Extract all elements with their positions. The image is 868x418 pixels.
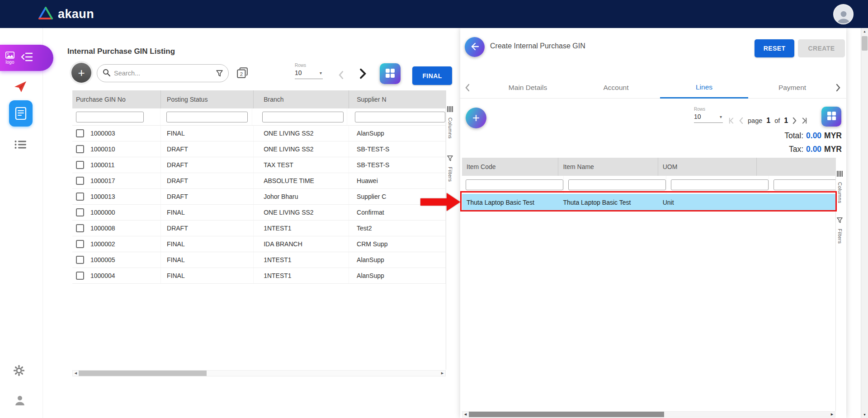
tax-value: 0.00 [806, 145, 821, 154]
table-row[interactable]: 1000005 FINAL 1NTEST1 AlanSupp [72, 252, 446, 268]
app-icon-red[interactable] [13, 80, 28, 94]
columns-grip-icon[interactable] [837, 170, 843, 178]
header-branch[interactable]: Branch [254, 90, 349, 108]
profile-person-icon[interactable] [14, 394, 26, 407]
row-checkbox[interactable] [76, 161, 84, 169]
page-vertical-scrollbar[interactable]: ▲ ▼ [861, 28, 868, 418]
scrollbar-thumb[interactable] [862, 36, 868, 51]
table-row[interactable]: 1000013 DRAFT Johor Bharu Supplier C [72, 189, 446, 205]
selected-line-row[interactable]: Thuta Laptop Basic Test Thuta Laptop Bas… [462, 194, 835, 211]
scrollbar-thumb[interactable] [469, 412, 664, 417]
row-checkbox[interactable] [76, 272, 84, 280]
filter-input-item-name[interactable] [568, 179, 666, 190]
row-checkbox[interactable] [76, 193, 84, 201]
header-posting-status[interactable]: Posting Status [161, 90, 254, 108]
columns-strip-toggle[interactable]: Columns [448, 117, 453, 139]
rows-value: 10 [694, 113, 701, 120]
tab-payment[interactable]: Payment [748, 77, 836, 99]
detail-tabs-bar: Main Details Account Lines Payment [460, 77, 846, 99]
scroll-right-icon[interactable]: ▶ [439, 371, 445, 376]
lines-grid-view-button[interactable] [821, 107, 841, 127]
filter-input-posting-status[interactable] [166, 112, 248, 122]
cell-supplier: Supplier C [349, 189, 446, 204]
prev-page-chevron[interactable] [338, 70, 344, 80]
table-row[interactable]: 1000010 DRAFT ONE LIVING SS2 SB-TEST-S [72, 141, 446, 157]
cell-posting-status: DRAFT [161, 141, 254, 157]
cell-supplier: SB-TEST-S [349, 141, 446, 157]
row-checkbox[interactable] [76, 256, 84, 264]
prev-page-icon[interactable] [739, 117, 744, 124]
table-row[interactable]: 1000002 FINAL IDA BRANCH CRM Supp [72, 236, 446, 252]
columns-grip-icon[interactable] [447, 106, 453, 114]
header-item-code[interactable]: Item Code [462, 158, 558, 176]
cell-posting-status: FINAL [161, 126, 254, 141]
filters-funnel-icon[interactable] [447, 155, 453, 163]
cell-gin-no: 1000010 [90, 146, 115, 153]
header-item-name[interactable]: Item Name [558, 158, 658, 176]
total-currency: MYR [824, 131, 842, 141]
scrollbar-thumb[interactable] [79, 371, 207, 376]
add-line-button[interactable]: + [466, 108, 486, 128]
header-supplier[interactable]: Supplier N [349, 90, 446, 108]
reset-button[interactable]: RESET [755, 39, 794, 57]
row-checkbox[interactable] [76, 240, 84, 248]
next-page-chevron[interactable] [359, 68, 366, 79]
row-checkbox[interactable] [76, 145, 84, 153]
scroll-down-icon[interactable]: ▼ [861, 411, 868, 418]
filters-strip-toggle[interactable]: Filters [448, 167, 453, 182]
search-input[interactable] [114, 70, 212, 77]
filter-funnel-icon[interactable] [216, 70, 223, 77]
table-row[interactable]: 1000017 DRAFT ABSOLUTE TIME Huawei [72, 173, 446, 189]
collapse-menu-icon[interactable] [21, 52, 33, 64]
filter-2-copy-icon[interactable]: 2 [236, 67, 248, 79]
tabs-scroll-left-icon[interactable] [465, 84, 470, 94]
row-checkbox[interactable] [76, 177, 84, 185]
filter-input-branch[interactable] [262, 112, 344, 122]
table-row[interactable]: 1000000 FINAL ONE LIVING SS2 Confirmat [72, 205, 446, 221]
tab-account[interactable]: Account [572, 77, 660, 99]
create-button[interactable]: CREATE [798, 39, 845, 57]
filters-funnel-icon[interactable] [837, 217, 843, 225]
filter-input-extra[interactable] [774, 179, 835, 190]
sidebar-logo-pill[interactable]: logo [0, 45, 53, 71]
lines-horizontal-scrollbar[interactable]: ◀ ▶ [462, 411, 835, 418]
filters-strip-toggle[interactable]: Filters [837, 229, 843, 244]
filter-input-supplier[interactable] [355, 112, 445, 122]
table-row[interactable]: 1000008 DRAFT 1NTEST1 Test2 [72, 221, 446, 236]
first-page-icon[interactable] [728, 117, 735, 124]
header-uom[interactable]: UOM [658, 158, 757, 176]
list-menu-icon[interactable] [14, 139, 27, 150]
scroll-left-icon[interactable]: ◀ [73, 371, 79, 376]
scroll-up-icon[interactable]: ▲ [861, 28, 868, 35]
user-avatar[interactable] [833, 4, 854, 24]
lines-rows-per-page-select[interactable]: Rows 10 ▾ [694, 107, 723, 123]
tax-currency: MYR [824, 145, 842, 154]
row-checkbox[interactable] [76, 224, 84, 232]
listing-horizontal-scrollbar[interactable]: ◀ ▶ [72, 370, 446, 376]
filter-input-uom[interactable] [671, 179, 769, 190]
brand-logo[interactable]: akaun [38, 6, 94, 22]
row-checkbox[interactable] [76, 129, 84, 137]
back-button[interactable] [465, 37, 485, 57]
tab-lines[interactable]: Lines [660, 77, 748, 99]
tab-main-details[interactable]: Main Details [484, 77, 572, 99]
filter-input-item-code[interactable] [466, 179, 563, 190]
last-page-icon[interactable] [801, 117, 808, 124]
next-page-icon[interactable] [792, 117, 797, 124]
scroll-left-icon[interactable]: ◀ [462, 412, 468, 417]
scroll-right-icon[interactable]: ▶ [829, 412, 835, 417]
rows-per-page-select[interactable]: Rows 10 ▾ [295, 63, 323, 79]
table-row[interactable]: 1000004 FINAL 1NTEST1 AlanSupp [72, 268, 446, 284]
table-row[interactable]: 1000011 DRAFT TAX TEST SB-TEST-S [72, 157, 446, 173]
tabs-scroll-right-icon[interactable] [835, 84, 841, 94]
add-record-button[interactable]: + [71, 63, 91, 83]
columns-strip-toggle[interactable]: Columns [837, 182, 843, 203]
filter-input-gin-no[interactable] [76, 112, 144, 122]
row-checkbox[interactable] [76, 208, 84, 216]
grid-view-button[interactable] [380, 63, 401, 84]
table-row[interactable]: 1000003 FINAL ONE LIVING SS2 AlanSupp [72, 126, 446, 141]
settings-gear-icon[interactable] [12, 363, 26, 378]
final-status-button[interactable]: FINAL [412, 66, 452, 85]
header-purchase-gin-no[interactable]: Purchase GIN No [72, 90, 161, 108]
app-icon-document-active[interactable] [9, 100, 33, 127]
